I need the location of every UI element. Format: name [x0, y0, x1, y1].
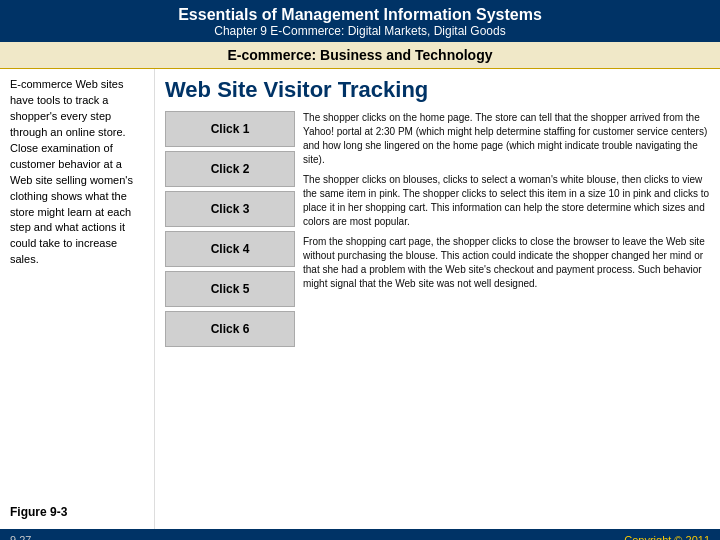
page-footer: 9.27 Copyright © 2011 — [0, 529, 720, 540]
click-1-button[interactable]: Click 1 — [165, 111, 295, 147]
text-block-1: The shopper clicks on the home page. The… — [303, 111, 710, 167]
text-block-3: From the shopping cart page, the shopper… — [303, 235, 710, 291]
copyright: Copyright © 2011 — [624, 534, 710, 540]
header-title: Essentials of Management Information Sys… — [10, 6, 710, 24]
left-description: E-commerce Web sites have tools to track… — [10, 77, 144, 498]
click-2-button[interactable]: Click 2 — [165, 151, 295, 187]
left-panel: E-commerce Web sites have tools to track… — [0, 69, 155, 529]
text-block-2: The shopper clicks on blouses, clicks to… — [303, 173, 710, 229]
page-number: 9.27 — [10, 534, 31, 540]
tracking-layout: Click 1 Click 2 Click 3 Click 4 Click 5 … — [165, 111, 710, 521]
text-column: The shopper clicks on the home page. The… — [303, 111, 710, 521]
click-3-button[interactable]: Click 3 — [165, 191, 295, 227]
page-header: Essentials of Management Information Sys… — [0, 0, 720, 42]
sub-header: E-commerce: Business and Technology — [0, 42, 720, 69]
clicks-column: Click 1 Click 2 Click 3 Click 4 Click 5 … — [165, 111, 295, 521]
section-title: Web Site Visitor Tracking — [165, 77, 710, 103]
click-4-button[interactable]: Click 4 — [165, 231, 295, 267]
sub-header-label: E-commerce: Business and Technology — [227, 47, 492, 63]
click-5-button[interactable]: Click 5 — [165, 271, 295, 307]
header-subtitle: Chapter 9 E-Commerce: Digital Markets, D… — [10, 24, 710, 38]
main-content: E-commerce Web sites have tools to track… — [0, 69, 720, 529]
right-panel: Web Site Visitor Tracking Click 1 Click … — [155, 69, 720, 529]
figure-label: Figure 9-3 — [10, 504, 144, 521]
click-6-button[interactable]: Click 6 — [165, 311, 295, 347]
